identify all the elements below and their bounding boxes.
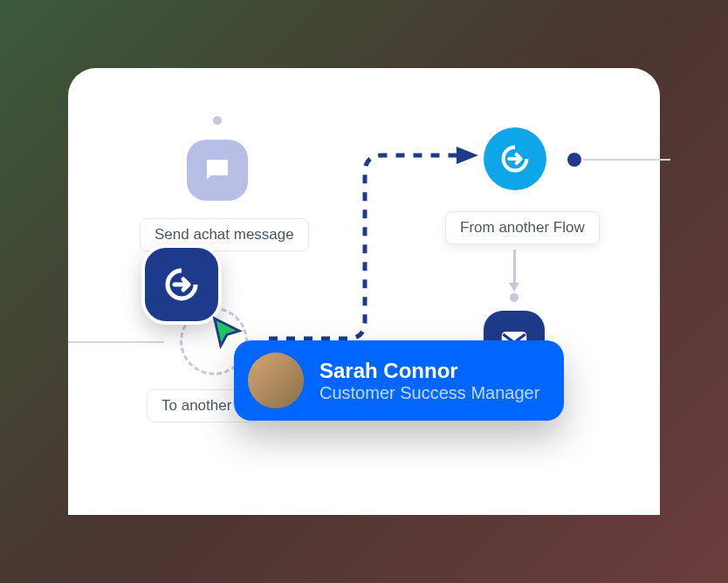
incoming-label: From another Flow xyxy=(445,211,600,244)
dragging-node[interactable] xyxy=(141,244,222,325)
connector-line-right xyxy=(583,159,670,161)
node-dot-bottom xyxy=(510,293,519,302)
avatar xyxy=(248,353,304,408)
incoming-flow-node[interactable] xyxy=(484,127,546,190)
arrow-down xyxy=(513,250,516,285)
node-dot xyxy=(213,116,222,125)
user-name: Sarah Connor xyxy=(319,359,539,383)
chat-icon xyxy=(202,154,233,186)
connector-dot xyxy=(567,153,581,167)
chat-node-icon[interactable] xyxy=(187,140,248,201)
flow-out-icon xyxy=(161,264,203,305)
connector-line xyxy=(68,341,164,343)
flow-canvas[interactable]: Send achat message To another d From ano… xyxy=(68,68,660,515)
flow-connector xyxy=(260,147,487,356)
user-presence-card[interactable]: Sarah Connor Customer Success Manager xyxy=(234,340,564,421)
user-role: Customer Success Manager xyxy=(319,383,539,403)
flow-in-icon xyxy=(498,141,532,176)
